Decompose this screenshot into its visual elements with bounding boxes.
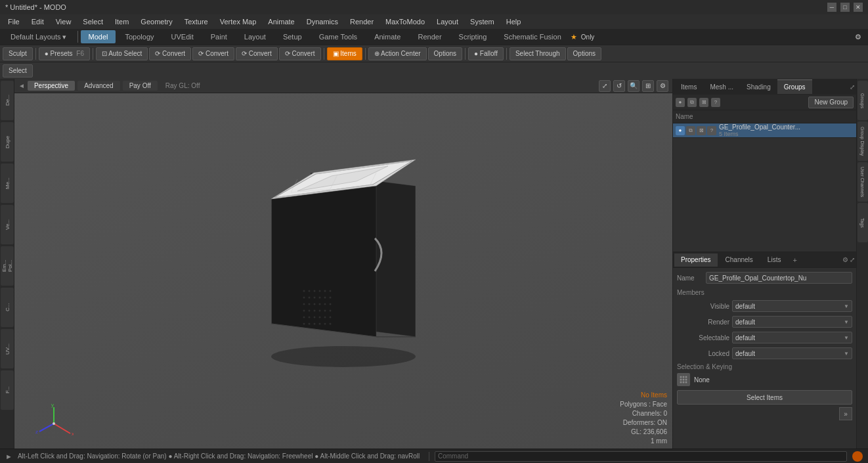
maximize-viewport-button[interactable]: ⤢ — [599, 80, 611, 92]
group-icon-3[interactable]: ⊠ — [699, 98, 708, 107]
menu-select[interactable]: Select — [77, 16, 108, 27]
expand-icon[interactable]: ► — [5, 452, 12, 460]
rp-tab-groups[interactable]: Groups — [777, 79, 812, 94]
viewport[interactable]: ◄ Perspective Advanced Pay Off Ray GL: O… — [14, 79, 672, 449]
tab-layout[interactable]: Layout — [236, 30, 274, 43]
presets-button[interactable]: ● Presets F6 — [39, 47, 90, 60]
group-icon-c[interactable]: ? — [707, 126, 716, 135]
menu-help[interactable]: Help — [501, 16, 527, 27]
left-tab-uv[interactable]: UV... — [1, 329, 14, 368]
tab-schematic[interactable]: Schematic Fusion — [496, 30, 569, 43]
tab-setup[interactable]: Setup — [275, 30, 310, 43]
expand-arrow-button[interactable]: » — [839, 407, 852, 420]
options-button-1[interactable]: Options — [428, 47, 462, 60]
prop-expand-icon[interactable]: ⚙ — [842, 256, 848, 263]
menu-vertex-map[interactable]: Vertex Map — [215, 16, 262, 27]
menu-maxtomodo[interactable]: MaxToModo — [380, 16, 430, 27]
left-tab-emit[interactable]: Em...Pol... — [1, 246, 14, 286]
tab-model[interactable]: Model — [81, 30, 116, 43]
left-tab-c[interactable]: C... — [1, 288, 14, 327]
group-item[interactable]: ● ⧉ ⊠ ? GE_Profile_Opal_Counter... 5 Ite… — [673, 123, 856, 138]
viewport-tab-advanced[interactable]: Advanced — [77, 81, 119, 91]
viewport-3d[interactable]: x y z No Items Polygons : Face Channels:… — [14, 93, 672, 449]
select-button[interactable]: Select — [3, 64, 33, 77]
menu-animate[interactable]: Animate — [263, 16, 299, 27]
auto-select-button[interactable]: ⊡ Auto Select — [96, 47, 148, 60]
group-icon-1[interactable]: ● — [676, 98, 685, 107]
left-tab-f[interactable]: F... — [1, 370, 14, 410]
viewport-prev-arrow[interactable]: ◄ — [18, 82, 25, 89]
expand-panel-icon[interactable]: ⤢ — [850, 83, 855, 91]
name-input[interactable]: GE_Profile_Opal_Countertop_Nu — [706, 272, 852, 284]
rs-tab-user-channels[interactable]: User Channels — [857, 162, 868, 202]
grid-viewport-button[interactable]: ⊞ — [642, 80, 654, 92]
prop-settings-icon[interactable]: ⤢ — [850, 256, 855, 263]
group-icon-4[interactable]: ? — [711, 98, 720, 107]
rs-tab-groups[interactable]: Groups — [857, 81, 868, 120]
tab-uvedit[interactable]: UVEdit — [163, 30, 202, 43]
selectable-value[interactable]: default ▼ — [732, 332, 852, 343]
tab-paint[interactable]: Paint — [203, 30, 235, 43]
convert-button-3[interactable]: ⟳ Convert — [236, 47, 278, 60]
left-tab-mesh[interactable]: Me... — [1, 164, 14, 203]
menu-render[interactable]: Render — [345, 16, 379, 27]
prop-tab-lists[interactable]: Lists — [761, 254, 788, 267]
minimize-button[interactable]: ─ — [827, 3, 836, 12]
group-icon-a[interactable]: ⧉ — [686, 126, 695, 135]
rs-tab-group-display[interactable]: Group Display — [857, 121, 868, 161]
select-through-button[interactable]: Select Through — [510, 47, 566, 60]
menu-item[interactable]: Item — [110, 16, 134, 27]
window-controls[interactable]: ─ □ ✕ — [827, 3, 863, 12]
rs-tab-tags[interactable]: Tags — [857, 203, 868, 242]
viewport-tab-payoff[interactable]: Pay Off — [123, 81, 158, 91]
tab-topology[interactable]: Topology — [117, 30, 162, 43]
visible-value[interactable]: default ▼ — [732, 300, 852, 312]
tab-render[interactable]: Render — [410, 30, 449, 43]
tab-animate[interactable]: Animate — [366, 30, 408, 43]
rp-tab-shading[interactable]: Shading — [740, 79, 777, 94]
maximize-button[interactable]: □ — [840, 3, 850, 12]
falloff-button[interactable]: ● Falloff — [468, 47, 504, 60]
command-input[interactable]: Command — [435, 451, 847, 462]
menu-system[interactable]: System — [465, 16, 500, 27]
new-group-button[interactable]: New Group — [808, 97, 854, 108]
settings-icon[interactable]: ⚙ — [851, 32, 865, 43]
group-icon-2[interactable]: ⧉ — [687, 98, 697, 107]
convert-button-1[interactable]: ⟳ Convert — [149, 47, 191, 60]
convert-button-2[interactable]: ⟳ Convert — [192, 47, 234, 60]
settings-viewport-button[interactable]: ⚙ — [657, 80, 668, 92]
viewport-tab-perspective[interactable]: Perspective — [28, 81, 75, 91]
options-button-2[interactable]: Options — [567, 47, 601, 60]
left-tab-deform[interactable]: De... — [1, 81, 14, 120]
render-value[interactable]: default ▼ — [732, 316, 852, 328]
svg-point-30 — [324, 309, 326, 311]
menu-geometry[interactable]: Geometry — [135, 16, 177, 27]
tab-game-tools[interactable]: Game Tools — [311, 30, 366, 43]
menu-texture[interactable]: Texture — [179, 16, 213, 27]
prop-tab-add-icon[interactable]: + — [789, 255, 800, 265]
items-button[interactable]: ▣ Items — [327, 47, 362, 60]
sculpt-button[interactable]: Sculpt — [3, 47, 33, 60]
prop-tab-channels[interactable]: Channels — [719, 254, 760, 267]
left-tab-duplicate[interactable]: Dupe — [1, 122, 14, 162]
search-viewport-button[interactable]: 🔍 — [628, 80, 640, 92]
menu-edit[interactable]: Edit — [26, 16, 49, 27]
menu-dynamics[interactable]: Dynamics — [301, 16, 343, 27]
tab-scripting[interactable]: Scripting — [451, 30, 495, 43]
action-center-button[interactable]: ⊕ Action Center — [368, 47, 427, 60]
convert-button-4[interactable]: ⟳ Convert — [279, 47, 321, 60]
rp-tab-items[interactable]: Items — [674, 79, 703, 94]
locked-value[interactable]: default ▼ — [732, 347, 852, 359]
menu-layout[interactable]: Layout — [431, 16, 464, 27]
group-icon-b[interactable]: ⊠ — [697, 126, 706, 135]
menu-file[interactable]: File — [3, 16, 25, 27]
rp-tab-mesh[interactable]: Mesh ... — [703, 79, 740, 94]
close-button[interactable]: ✕ — [854, 3, 863, 12]
prop-tab-properties[interactable]: Properties — [674, 254, 718, 267]
left-tab-vertex[interactable]: Ve... — [1, 205, 14, 244]
group-vis-icon[interactable]: ● — [676, 126, 685, 135]
menu-view[interactable]: View — [51, 16, 77, 27]
select-items-button[interactable]: Select Items — [677, 390, 852, 405]
reset-viewport-button[interactable]: ↺ — [613, 80, 625, 92]
layout-default[interactable]: Default Layouts ▾ — [3, 30, 75, 43]
